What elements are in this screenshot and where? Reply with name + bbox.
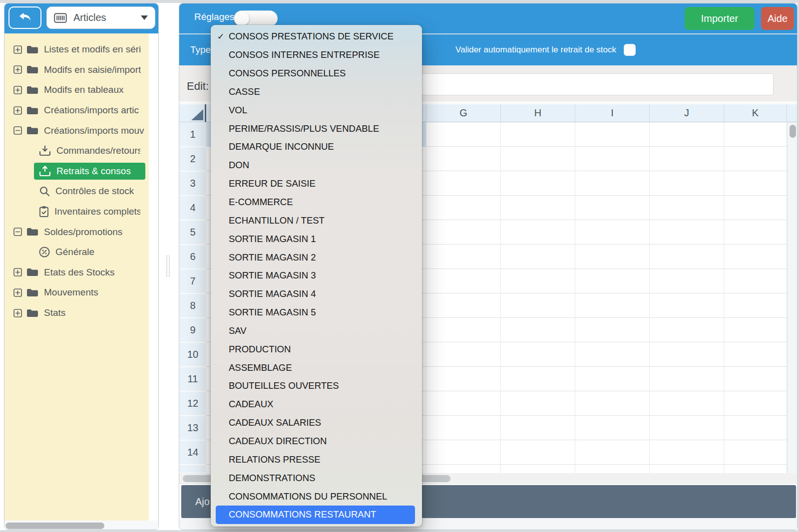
- grid-cell[interactable]: [501, 465, 575, 474]
- grid-cell[interactable]: [501, 293, 575, 318]
- row-header[interactable]: 13: [179, 416, 206, 440]
- sheet-vertical-scrollbar-thumb[interactable]: [790, 125, 796, 138]
- grid-cell[interactable]: [575, 196, 650, 220]
- dropdown-option[interactable]: CADEAUX DIRECTION: [216, 432, 415, 451]
- grid-cell[interactable]: [501, 318, 575, 342]
- column-header[interactable]: G: [426, 104, 501, 122]
- grid-cell[interactable]: [426, 342, 501, 367]
- grid-cell[interactable]: [724, 245, 787, 269]
- grid-cell[interactable]: [575, 220, 650, 245]
- dropdown-option[interactable]: E-COMMERCE: [216, 193, 415, 212]
- dropdown-option[interactable]: PERIME/RASSIS/PLUS VENDABLE: [216, 119, 415, 138]
- row-header[interactable]: 3: [179, 172, 206, 195]
- panel-resize-handle[interactable]: [166, 256, 170, 276]
- grid-cell[interactable]: [501, 391, 575, 416]
- dropdown-option[interactable]: DEMONSTRATIONS: [216, 469, 415, 487]
- dropdown-option[interactable]: PRODUCTION: [216, 340, 415, 358]
- grid-cell[interactable]: [724, 367, 787, 391]
- import-button[interactable]: Importer: [685, 7, 755, 30]
- grid-cell[interactable]: [501, 220, 575, 245]
- tree-item[interactable]: Listes et modifs en séri: [4, 39, 149, 60]
- grid-cell[interactable]: [575, 293, 650, 318]
- tree-item[interactable]: Contrôles de stock: [4, 181, 149, 202]
- grid-cell[interactable]: [724, 342, 787, 367]
- dropdown-option[interactable]: CONSOS PERSONNELLES: [216, 64, 415, 83]
- row-header[interactable]: 2: [179, 147, 206, 171]
- expand-icon[interactable]: [13, 268, 22, 276]
- grid-cell[interactable]: [501, 269, 575, 293]
- grid-cell[interactable]: [575, 245, 650, 269]
- dropdown-option[interactable]: ECHANTILLON / TEST: [216, 211, 415, 230]
- tree-item[interactable]: Mouvements: [4, 282, 149, 303]
- grid-cell[interactable]: [426, 147, 501, 171]
- dropdown-option[interactable]: CONSOMMATIONS RESTAURANT: [216, 506, 415, 524]
- dropdown-option[interactable]: SORTIE MAGASIN 5: [216, 303, 415, 322]
- row-header[interactable]: 6: [179, 245, 206, 268]
- row-header[interactable]: 9: [179, 318, 206, 342]
- expand-icon[interactable]: [13, 65, 22, 74]
- column-header[interactable]: H: [501, 104, 575, 122]
- grid-cell[interactable]: [650, 342, 724, 367]
- dropdown-option[interactable]: DEMARQUE INCONNUE: [216, 138, 415, 156]
- grid-cell[interactable]: [650, 391, 724, 416]
- dropdown-option[interactable]: CADEAUX: [216, 395, 415, 414]
- grid-cell[interactable]: [501, 171, 575, 196]
- dropdown-option[interactable]: BOUTEILLES OUVERTES: [216, 377, 415, 395]
- grid-cell[interactable]: [724, 440, 787, 465]
- select-all-corner[interactable]: [179, 104, 206, 122]
- row-header[interactable]: 7: [179, 269, 206, 293]
- grid-cell[interactable]: [501, 342, 575, 367]
- row-header[interactable]: 14: [179, 441, 206, 464]
- grid-cell[interactable]: [650, 293, 724, 318]
- grid-cell[interactable]: [724, 147, 787, 171]
- grid-cell[interactable]: [650, 318, 724, 342]
- grid-cell[interactable]: [650, 440, 724, 465]
- help-button[interactable]: Aide: [761, 7, 794, 30]
- grid-cell[interactable]: [426, 318, 501, 342]
- row-header[interactable]: 11: [179, 367, 206, 391]
- column-header[interactable]: J: [650, 104, 724, 122]
- row-header[interactable]: 8: [179, 294, 206, 317]
- dropdown-option[interactable]: CASSE: [216, 83, 415, 101]
- grid-cell[interactable]: [575, 318, 650, 342]
- dropdown-option[interactable]: CONSOMMATIONS DU PERSONNEL: [216, 487, 415, 506]
- expand-icon[interactable]: [13, 86, 22, 94]
- grid-cell[interactable]: [724, 220, 787, 245]
- grid-cell[interactable]: [575, 465, 650, 474]
- grid-cell[interactable]: [575, 171, 650, 196]
- grid-cell[interactable]: [575, 440, 650, 465]
- grid-cell[interactable]: [724, 416, 787, 440]
- tree-item[interactable]: Créations/imports mouv: [4, 120, 149, 141]
- row-header[interactable]: 10: [179, 343, 206, 366]
- sheet-vertical-scrollbar[interactable]: [787, 122, 798, 474]
- dropdown-option[interactable]: ✓CONSOS PRESTATIONS DE SERVICE: [216, 27, 415, 46]
- tree-item[interactable]: Soldes/promotions: [4, 222, 149, 242]
- back-button[interactable]: [8, 6, 41, 29]
- grid-cell[interactable]: [426, 465, 501, 474]
- dropdown-option[interactable]: RELATIONS PRESSE: [216, 450, 415, 469]
- expand-icon[interactable]: [13, 45, 22, 54]
- grid-cell[interactable]: [724, 465, 787, 474]
- grid-cell[interactable]: [724, 391, 787, 416]
- tree-item[interactable]: Commandes/retours: [4, 141, 149, 161]
- grid-cell[interactable]: [501, 416, 575, 440]
- dropdown-option[interactable]: CONSOS INTERNES ENTREPRISE: [216, 46, 415, 64]
- grid-cell[interactable]: [650, 196, 724, 220]
- grid-cell[interactable]: [426, 220, 501, 245]
- dropdown-option[interactable]: VOL: [216, 101, 415, 119]
- dropdown-option[interactable]: SORTIE MAGASIN 3: [216, 266, 415, 285]
- grid-cell[interactable]: [724, 196, 787, 220]
- dropdown-option[interactable]: ASSEMBLAGE: [216, 358, 415, 377]
- grid-cell[interactable]: [575, 367, 650, 391]
- grid-cell[interactable]: [501, 245, 575, 269]
- grid-cell[interactable]: [426, 122, 501, 147]
- dropdown-option[interactable]: ERREUR DE SAISIE: [216, 175, 415, 193]
- grid-cell[interactable]: [650, 171, 724, 196]
- grid-cell[interactable]: [575, 147, 650, 171]
- grid-cell[interactable]: [650, 367, 724, 391]
- dropdown-option[interactable]: SORTIE MAGASIN 4: [216, 285, 415, 303]
- grid-cell[interactable]: [575, 342, 650, 367]
- grid-cell[interactable]: [724, 269, 787, 293]
- tree-item[interactable]: Retraits & consos: [4, 161, 149, 182]
- sidebar-horizontal-scrollbar[interactable]: [4, 521, 158, 530]
